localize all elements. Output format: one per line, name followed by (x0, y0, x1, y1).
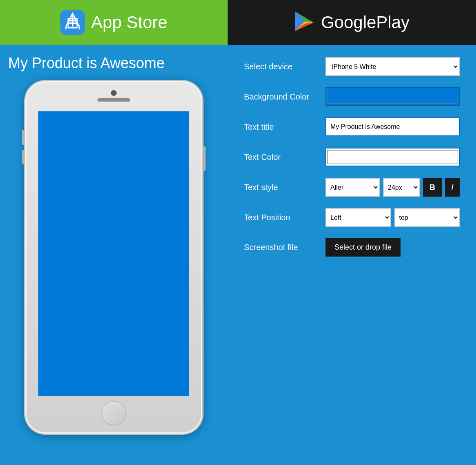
select-device-label: Select device (244, 62, 325, 71)
phone-home-button[interactable] (102, 401, 126, 425)
text-position-control: Left Center Right top middle bottom (325, 208, 460, 227)
text-style-control: Aller Arial Georgia Helvetica Roboto 12p… (325, 178, 460, 197)
phone-volume-down (22, 150, 24, 164)
product-title: My Product is Awesome (8, 55, 219, 72)
bg-color-label: Background Color (244, 92, 325, 102)
text-style-label: Text style (244, 183, 325, 192)
text-title-label: Text title (244, 122, 325, 132)
italic-button[interactable]: I (445, 178, 460, 197)
bg-color-row: Background Color (244, 87, 460, 106)
text-title-input[interactable] (325, 117, 460, 136)
text-position-row: Text Position Left Center Right top midd… (244, 208, 460, 227)
screenshot-row: Screenshot file Select or drop file (244, 238, 460, 257)
font-size-select[interactable]: 12px 16px 18px 20px 24px 28px 32px 36px (383, 178, 420, 197)
left-panel: My Product is Awesome (0, 45, 228, 465)
font-select[interactable]: Aller Arial Georgia Helvetica Roboto (325, 178, 380, 197)
phone-camera (111, 90, 117, 96)
bg-color-control (325, 87, 460, 106)
phone-top-bar (31, 87, 197, 111)
phone-speaker (97, 98, 130, 102)
phone-power-btn (203, 146, 206, 171)
googleplay-icon (294, 11, 314, 34)
select-file-button[interactable]: Select or drop file (325, 238, 401, 257)
screenshot-label: Screenshot file (244, 243, 325, 252)
text-color-control (325, 148, 460, 166)
right-panel: Select device iPhone 5 White iPhone 6 iP… (228, 45, 476, 465)
main-content: My Product is Awesome (0, 45, 476, 465)
top-tabs: ⊞ App Store GooglePlay (0, 0, 476, 45)
text-style-row: Text style Aller Arial Georgia Helvetica… (244, 178, 460, 197)
device-select[interactable]: iPhone 5 White iPhone 6 iPhone 6 Plus Sa… (325, 57, 460, 76)
text-color-label: Text Color (244, 153, 325, 162)
phone-side-buttons-left (22, 130, 24, 164)
text-position-v-select[interactable]: top middle bottom (394, 208, 460, 227)
appstore-icon: ⊞ (60, 10, 85, 35)
phone-mockup (24, 80, 204, 435)
text-position-label: Text Position (244, 213, 325, 222)
text-color-row: Text Color (244, 148, 460, 166)
bg-color-input[interactable] (325, 87, 460, 106)
select-device-row: Select device iPhone 5 White iPhone 6 iP… (244, 57, 460, 76)
tab-appstore[interactable]: ⊞ App Store (0, 0, 228, 45)
appstore-tab-label: App Store (91, 13, 168, 32)
tab-googleplay[interactable]: GooglePlay (228, 0, 476, 45)
text-title-row: Text title (244, 117, 460, 136)
text-title-control (325, 117, 460, 136)
text-color-input[interactable] (325, 148, 460, 166)
phone-volume-up (22, 130, 24, 145)
screenshot-control: Select or drop file (325, 238, 460, 257)
text-position-h-select[interactable]: Left Center Right (325, 208, 391, 227)
select-device-control: iPhone 5 White iPhone 6 iPhone 6 Plus Sa… (325, 57, 460, 76)
phone-side-button-right (203, 146, 206, 171)
bold-button[interactable]: B (423, 178, 442, 197)
phone-screen (38, 111, 189, 396)
googleplay-tab-label: GooglePlay (321, 13, 410, 32)
phone-container (8, 80, 219, 455)
